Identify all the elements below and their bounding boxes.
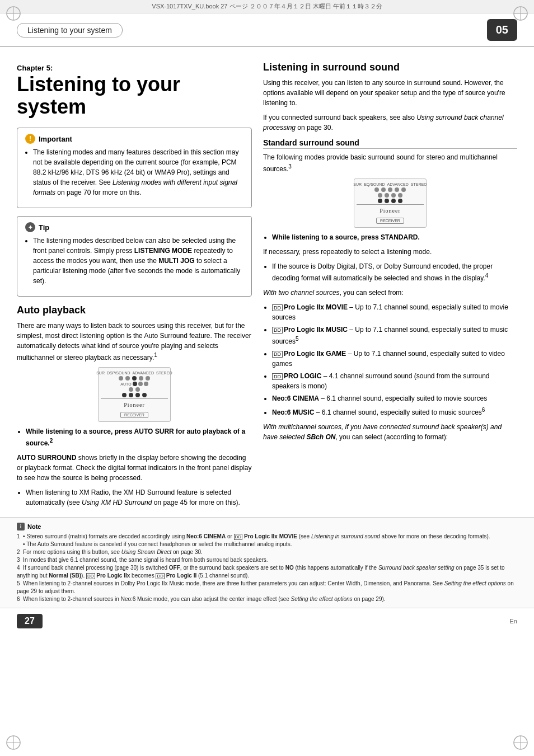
r2btn2 xyxy=(381,187,386,192)
recv2-pioneer-wrap: Pioneer xyxy=(357,206,424,214)
r2btn5 xyxy=(401,187,406,192)
important-body: The listening modes and many features de… xyxy=(33,148,239,196)
r2btn10 xyxy=(378,199,382,203)
auto-playback-heading: Auto playback xyxy=(17,304,252,316)
pioneer-logo: Pioneer xyxy=(124,402,145,408)
file-info-text: VSX-1017TXV_KU.book 27 ページ ２００７年４月１２日 木曜… xyxy=(152,3,382,10)
btn2 xyxy=(125,376,130,381)
xm-radio-bullet: When listening to XM Radio, the XM HD Su… xyxy=(26,487,252,508)
page: VSX-1017TXV_KU.book 27 ページ ２００７年４月１２日 木曜… xyxy=(0,0,534,756)
note-label: Note xyxy=(27,523,41,530)
note3: 3 In modes that give 6.1 channel sound, … xyxy=(17,556,517,564)
receiver-label: RECEIVER xyxy=(120,412,148,418)
btn5 xyxy=(146,376,150,381)
standard-press-bullets: While listening to a source, press STAND… xyxy=(263,232,517,242)
pioneer-logo-wrap: Pioneer xyxy=(101,400,168,408)
note2: 2 For more options using this button, se… xyxy=(17,548,517,556)
note1b: • The Auto Surround feature is canceled … xyxy=(17,541,517,548)
standard-surround-body: The following modes provide basic surrou… xyxy=(263,152,517,174)
recv2-sep xyxy=(357,204,424,205)
auto-surr-bullet: While listening to a source, press AUTO … xyxy=(26,426,252,448)
r2btn7 xyxy=(385,193,389,198)
r2btn8 xyxy=(391,193,396,198)
tip-icon: ✦ xyxy=(25,222,35,232)
btn10 xyxy=(122,393,127,397)
two-channel-label: With two channel sources, you can select… xyxy=(263,288,517,298)
btn3 xyxy=(132,376,137,381)
r2btn6 xyxy=(378,193,382,198)
notes-title: i Note xyxy=(17,523,517,530)
tip-text: The listening modes described below can … xyxy=(33,236,243,286)
dolby-bullet: If the source is Dolby Digital, DTS, or … xyxy=(272,261,517,283)
btn13 xyxy=(142,393,147,397)
chapter-title: Listening to your system xyxy=(17,73,252,118)
prologic-movie: DDPro Logic IIx MOVIE – Up to 7.1 channe… xyxy=(272,302,517,322)
receiver-dots2 xyxy=(101,387,168,392)
corner-br xyxy=(512,734,530,752)
notes-section: i Note 1 • Stereo surround (matrix) form… xyxy=(0,518,534,608)
important-box: ! Important The listening modes and many… xyxy=(17,128,252,208)
r2btn3 xyxy=(388,187,392,192)
two-channel-list: DDPro Logic IIx MOVIE – Up to 7.1 channe… xyxy=(263,302,517,417)
r2btn4 xyxy=(395,187,399,192)
header-strip: Listening to your system 05 xyxy=(0,13,534,47)
right-column: Listening in surround sound Using this r… xyxy=(263,58,517,512)
note1: 1 • Stereo surround (matrix) formats are… xyxy=(17,533,517,541)
btn1 xyxy=(119,376,123,381)
notes-text: 1 • Stereo surround (matrix) formats are… xyxy=(17,533,517,603)
receiver-dots1 xyxy=(101,376,168,381)
note6: 6 When listening to 2-channel sources in… xyxy=(17,595,517,603)
btn7 xyxy=(144,382,148,386)
recv2-dots1 xyxy=(357,187,424,192)
note-icon: i xyxy=(17,523,25,530)
btn6 xyxy=(138,382,143,386)
page-number: 27 xyxy=(17,614,43,628)
note4: 4 If surround back channel processing (p… xyxy=(17,564,517,580)
prologic-game: DDPro Logic IIx GAME – Up to 7.1 channel… xyxy=(272,349,517,369)
receiver-row2: AUTO xyxy=(101,382,168,386)
note5: 5 When listening to 2-channel sources in… xyxy=(17,580,517,595)
multichannel-label: With multichannel sources, if you have c… xyxy=(263,422,517,442)
r2btn9 xyxy=(398,193,402,198)
header-title: Listening to your system xyxy=(17,23,123,37)
auto-playback-bullets: While listening to a source, press AUTO … xyxy=(17,426,252,448)
receiver-image-auto: SUR DSP/SOUND ADVANCED STEREO AUTO xyxy=(98,367,171,422)
surround-body1: Using this receiver, you can listen to a… xyxy=(263,78,517,108)
receiver-dots3 xyxy=(101,393,168,397)
neo6-music: Neo:6 MUSIC – 6.1 channel sound, especia… xyxy=(272,406,517,417)
recv2-label-wrap: RECEIVER xyxy=(357,215,424,224)
chapter-label: Chapter 5: xyxy=(17,64,252,72)
left-column: Chapter 5: Listening to your system ! Im… xyxy=(17,58,252,512)
prologic-music: DDPro Logic IIx MUSIC – Up to 7.1 channe… xyxy=(272,325,517,346)
svg-point-6 xyxy=(7,736,20,749)
r2btn12 xyxy=(391,199,396,203)
r2btn11 xyxy=(385,199,389,203)
corner-bl xyxy=(4,734,22,752)
lang-label: En xyxy=(510,618,517,624)
auto-btn xyxy=(133,382,137,386)
footer: 27 En xyxy=(0,608,534,634)
recv2-dots2 xyxy=(357,193,424,198)
sep1 xyxy=(101,398,168,399)
important-text: The listening modes and many features de… xyxy=(33,147,243,198)
important-label: Important xyxy=(39,135,72,143)
recv2-row1: SUR EQ/SOUND ADVANCED STEREO xyxy=(357,182,424,186)
r2btn13 xyxy=(398,199,402,203)
auto-playback-body1: There are many ways to listen back to so… xyxy=(17,321,252,363)
auto-playback-body2: AUTO SURROUND shows briefly in the displ… xyxy=(17,453,252,483)
btn11 xyxy=(129,393,133,397)
file-info-bar: VSX-1017TXV_KU.book 27 ページ ２００７年４月１２日 木曜… xyxy=(0,0,534,13)
btn12 xyxy=(135,393,140,397)
recv2-dots3 xyxy=(357,199,424,203)
main-content: Chapter 5: Listening to your system ! Im… xyxy=(0,47,534,518)
press-repeatedly: If necessary, press repeatedly to select… xyxy=(263,247,517,257)
tip-title: ✦ Tip xyxy=(25,222,243,232)
standard-surround-heading: Standard surround sound xyxy=(263,138,517,149)
surround-sound-heading: Listening in surround sound xyxy=(263,62,517,73)
r2btn1 xyxy=(374,187,379,192)
svg-point-9 xyxy=(514,736,527,749)
auto-playback-subbullets: When listening to XM Radio, the XM HD Su… xyxy=(17,487,252,508)
dolby-bullet-list: If the source is Dolby Digital, DTS, or … xyxy=(263,261,517,283)
receiver-row1: SUR DSP/SOUND ADVANCED STEREO xyxy=(101,371,168,375)
chapter-num-box: 05 xyxy=(487,19,517,41)
